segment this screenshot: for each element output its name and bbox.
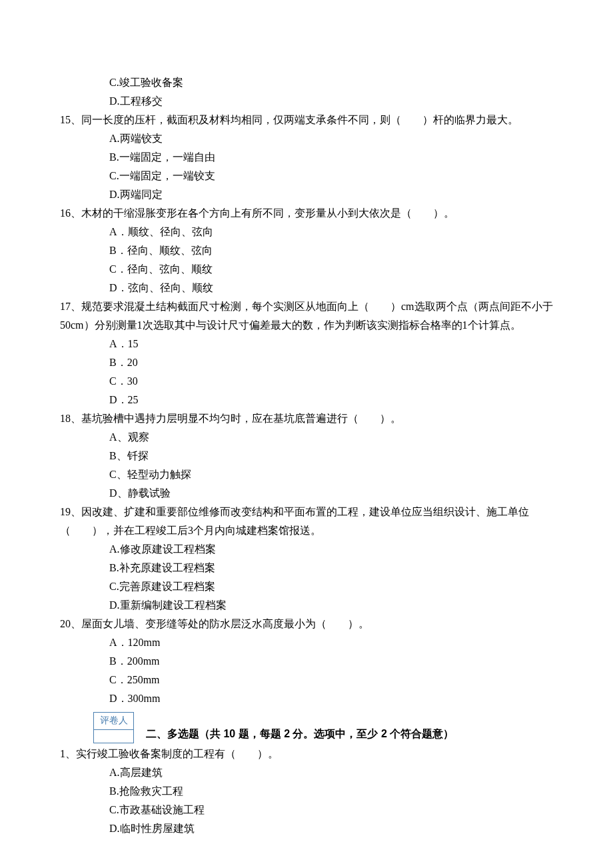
section-header-row: 评卷人 二、多选题（共 10 题，每题 2 分。选项中，至少 2 个符合题意） bbox=[60, 708, 553, 745]
question-15: 15、同一长度的压杆，截面积及材料均相同，仅两端支承条件不同，则（ ）杆的临界力… bbox=[60, 111, 553, 129]
q-num: 1、 bbox=[60, 748, 76, 759]
q16-option-a: A．顺纹、径向、弦向 bbox=[60, 223, 553, 241]
s2q1-option-a: A.高层建筑 bbox=[60, 763, 553, 782]
q-text: 规范要求混凝土结构截面尺寸检测，每个实测区从地面向上（ ）cm选取两个点（两点间… bbox=[60, 301, 553, 331]
q20-option-a: A．120mm bbox=[60, 633, 553, 652]
question-16: 16、木材的干缩湿胀变形在各个方向上有所不同，变形量从小到大依次是（ ）。 bbox=[60, 204, 553, 223]
q20-option-c: C．250mm bbox=[60, 671, 553, 689]
q20-option-d: D．300mm bbox=[60, 689, 553, 708]
q18-option-a: A、观察 bbox=[60, 428, 553, 447]
q18-option-c: C、轻型动力触探 bbox=[60, 465, 553, 484]
q-num: 20、 bbox=[60, 618, 81, 629]
q18-option-d: D、静载试验 bbox=[60, 484, 553, 503]
q16-option-b: B．径向、顺纹、弦向 bbox=[60, 241, 553, 260]
q-num: 15、 bbox=[60, 114, 81, 125]
grader-empty-cell bbox=[94, 729, 134, 743]
q-num: 19、 bbox=[60, 506, 81, 517]
q15-option-a: A.两端铰支 bbox=[60, 129, 553, 148]
q19-option-d: D.重新编制建设工程档案 bbox=[60, 596, 553, 615]
q16-option-c: C．径向、弦向、顺纹 bbox=[60, 260, 553, 279]
question-18: 18、基坑验槽中遇持力层明显不均匀时，应在基坑底普遍进行（ ）。 bbox=[60, 409, 553, 428]
q-text: 同一长度的压杆，截面积及材料均相同，仅两端支承条件不同，则（ ）杆的临界力最大。 bbox=[81, 114, 518, 125]
s2q1-option-d: D.临时性房屋建筑 bbox=[60, 819, 553, 838]
q-text: 木材的干缩湿胀变形在各个方向上有所不同，变形量从小到大依次是（ ）。 bbox=[81, 207, 454, 219]
q19-option-b: B.补充原建设工程档案 bbox=[60, 559, 553, 577]
q17-option-d: D．25 bbox=[60, 391, 553, 409]
question-19: 19、因改建、扩建和重要部位维修而改变结构和平面布置的工程，建设单位应当组织设计… bbox=[60, 503, 553, 540]
section2-question-1: 1、实行竣工验收备案制度的工程有（ ）。 bbox=[60, 745, 553, 763]
q15-option-d: D.两端同定 bbox=[60, 185, 553, 204]
option-c-pre: C.竣工验收备案 bbox=[60, 73, 553, 92]
q19-option-a: A.修改原建设工程档案 bbox=[60, 540, 553, 559]
q-text: 基坑验槽中遇持力层明显不均匀时，应在基坑底普遍进行（ ）。 bbox=[81, 413, 401, 424]
q19-option-c: C.完善原建设工程档案 bbox=[60, 577, 553, 596]
grader-label: 评卷人 bbox=[94, 713, 134, 730]
q-text: 屋面女儿墙、变形缝等处的防水层泛水高度最小为（ ）。 bbox=[81, 618, 369, 629]
q-num: 17、 bbox=[60, 301, 81, 312]
s2q1-option-c: C.市政基础设施工程 bbox=[60, 801, 553, 819]
question-17: 17、规范要求混凝土结构截面尺寸检测，每个实测区从地面向上（ ）cm选取两个点（… bbox=[60, 297, 553, 335]
q20-option-b: B．200mm bbox=[60, 652, 553, 671]
q17-option-a: A．15 bbox=[60, 335, 553, 353]
s2q1-option-b: B.抢险救灾工程 bbox=[60, 782, 553, 801]
q17-option-b: B．20 bbox=[60, 353, 553, 372]
q-text: 实行竣工验收备案制度的工程有（ ）。 bbox=[76, 748, 279, 759]
section-2-title: 二、多选题（共 10 题，每题 2 分。选项中，至少 2 个符合题意） bbox=[146, 725, 454, 743]
q15-option-c: C.一端固定，一端铰支 bbox=[60, 167, 553, 185]
q17-option-c: C．30 bbox=[60, 372, 553, 391]
grader-box: 评卷人 bbox=[93, 712, 134, 743]
question-20: 20、屋面女儿墙、变形缝等处的防水层泛水高度最小为（ ）。 bbox=[60, 615, 553, 633]
q-num: 18、 bbox=[60, 413, 81, 424]
q-text: 因改建、扩建和重要部位维修而改变结构和平面布置的工程，建设单位应当组织设计、施工… bbox=[60, 506, 529, 536]
q-num: 16、 bbox=[60, 207, 81, 219]
option-d-pre: D.工程移交 bbox=[60, 92, 553, 111]
q15-option-b: B.一端固定，一端自由 bbox=[60, 148, 553, 167]
q16-option-d: D．弦向、径向、顺纹 bbox=[60, 279, 553, 297]
q18-option-b: B、钎探 bbox=[60, 447, 553, 465]
